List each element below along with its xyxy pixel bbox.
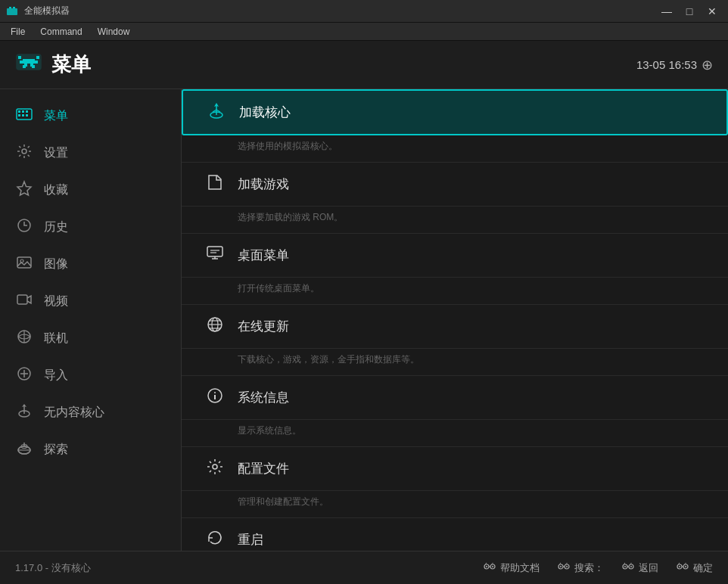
- status-action-back[interactable]: 返回: [622, 561, 658, 576]
- sidebar-item-nocore[interactable]: 无内容核心: [0, 395, 181, 430]
- status-bar: 1.17.0 - 没有核心 帮助文档 搜索： 返回 确定: [0, 551, 728, 584]
- menu-icon-load-core: [206, 101, 227, 123]
- svg-marker-21: [17, 182, 31, 195]
- svg-point-82: [685, 566, 686, 567]
- menu-label-online-update: 在线更新: [238, 318, 289, 335]
- header-logo: 菜单: [15, 48, 91, 81]
- svg-rect-16: [26, 110, 28, 113]
- menu-item-system-info[interactable]: 系统信息: [182, 376, 728, 420]
- sidebar-item-history[interactable]: 历史: [0, 210, 181, 245]
- sidebar-label-nocore: 无内容核心: [44, 405, 104, 421]
- svg-point-67: [560, 566, 562, 567]
- sidebar-icon-favorites: [15, 180, 33, 200]
- menu-item-config-file[interactable]: 配置文件: [182, 447, 728, 491]
- title-bar: 全能模拟器 — □ ✕: [0, 0, 728, 23]
- svg-rect-18: [22, 114, 24, 116]
- svg-point-75: [630, 566, 632, 567]
- sidebar-label-favorites: 收藏: [44, 182, 68, 198]
- menu-desc-load-game: 选择要加载的游戏 ROM。: [182, 207, 728, 234]
- menu-icon-desktop-menu: [204, 244, 226, 266]
- svg-rect-0: [7, 8, 17, 15]
- version-text: 1.17.0 - 没有核心: [15, 561, 484, 575]
- app-header: 菜单 13-05 16:53 ⊕: [0, 41, 728, 89]
- status-action-icon-confirm: [677, 561, 689, 576]
- sidebar-label-netplay: 联机: [44, 331, 68, 346]
- sidebar-item-video[interactable]: 视频: [0, 284, 181, 319]
- time-text: 13-05 16:53: [636, 58, 697, 71]
- sidebar-item-netplay[interactable]: 联机: [0, 321, 181, 356]
- svg-point-55: [213, 464, 217, 469]
- sidebar-label-settings: 设置: [44, 145, 68, 161]
- menu-file[interactable]: File: [3, 25, 33, 39]
- status-action-icon-help: [484, 561, 496, 576]
- sidebar-item-menu[interactable]: 菜单: [0, 98, 181, 134]
- sidebar-icon-import: [15, 365, 33, 386]
- menu-icon-config-file: [204, 458, 226, 480]
- sidebar-label-menu: 菜单: [44, 108, 68, 124]
- status-action-search[interactable]: 搜索：: [558, 561, 604, 576]
- menu-bar: File Command Window: [0, 23, 728, 41]
- menu-item-online-update[interactable]: 在线更新: [182, 305, 728, 349]
- sidebar-icon-images: [15, 254, 33, 275]
- sidebar-icon-settings: [15, 143, 33, 163]
- status-actions: 帮助文档 搜索： 返回 确定: [484, 561, 713, 576]
- sidebar-label-video: 视频: [44, 294, 68, 309]
- svg-point-81: [679, 566, 680, 567]
- sidebar-icon-menu: [15, 106, 33, 126]
- menu-command[interactable]: Command: [33, 25, 89, 39]
- svg-rect-15: [22, 110, 24, 113]
- menu-label-load-core: 加载核心: [239, 104, 291, 121]
- sidebar-icon-video: [15, 291, 33, 312]
- menu-item-desktop-menu[interactable]: 桌面菜单: [182, 234, 728, 278]
- svg-line-69: [560, 563, 562, 564]
- svg-line-77: [630, 563, 632, 564]
- status-action-confirm[interactable]: 确定: [677, 561, 713, 576]
- status-action-help[interactable]: 帮助文档: [484, 561, 540, 576]
- menu-desc-load-core: 选择使用的模拟器核心。: [182, 135, 728, 163]
- window-controls: — □ ✕: [657, 4, 722, 19]
- svg-rect-42: [207, 247, 222, 256]
- sidebar-icon-explore: [15, 440, 33, 460]
- svg-point-74: [624, 566, 626, 567]
- sidebar-icon-nocore: [15, 402, 33, 423]
- sidebar-label-images: 图像: [44, 256, 68, 272]
- menu-item-load-core[interactable]: 加载核心: [182, 89, 728, 135]
- menu-item-load-game[interactable]: 加载游戏: [182, 163, 728, 207]
- svg-rect-4: [18, 56, 21, 59]
- svg-line-76: [624, 563, 626, 564]
- menu-label-system-info: 系统信息: [238, 389, 289, 406]
- sidebar: 菜单设置收藏历史图像视频联机导入无内容核心探索: [0, 89, 182, 551]
- sidebar-item-import[interactable]: 导入: [0, 358, 181, 393]
- svg-rect-14: [18, 110, 20, 113]
- status-action-label-search: 搜索：: [574, 561, 604, 575]
- minimize-button[interactable]: —: [657, 4, 677, 19]
- menu-desc-system-info: 显示系统信息。: [182, 420, 728, 447]
- menu-window[interactable]: Window: [90, 25, 138, 39]
- content-area: 加载核心选择使用的模拟器核心。加载游戏选择要加载的游戏 ROM。桌面菜单打开传统…: [182, 89, 728, 551]
- sidebar-icon-netplay: [15, 328, 33, 349]
- sidebar-item-images[interactable]: 图像: [0, 247, 181, 282]
- header-time: 13-05 16:53 ⊕: [636, 57, 713, 73]
- svg-line-84: [685, 563, 686, 564]
- sidebar-item-explore[interactable]: 探索: [0, 432, 181, 468]
- maximize-button[interactable]: □: [680, 4, 699, 19]
- svg-line-70: [566, 563, 568, 564]
- svg-rect-1: [9, 7, 11, 8]
- svg-rect-2: [13, 7, 15, 8]
- svg-rect-25: [17, 295, 27, 304]
- menu-icon-online-update: [204, 315, 226, 337]
- svg-rect-23: [17, 257, 31, 268]
- menu-label-config-file: 配置文件: [238, 460, 289, 477]
- close-button[interactable]: ✕: [702, 4, 722, 19]
- svg-point-20: [22, 149, 26, 154]
- status-action-label-back: 返回: [639, 561, 658, 575]
- sidebar-item-settings[interactable]: 设置: [0, 135, 181, 171]
- sidebar-item-favorites[interactable]: 收藏: [0, 172, 181, 208]
- status-action-label-confirm: 确定: [693, 561, 713, 575]
- menu-item-restart[interactable]: 重启: [182, 518, 728, 551]
- sidebar-icon-history: [15, 217, 33, 238]
- header-game-icon: [15, 48, 42, 81]
- svg-rect-11: [23, 65, 26, 68]
- svg-rect-7: [20, 61, 23, 64]
- menu-desc-config-file: 管理和创建配置文件。: [182, 491, 728, 518]
